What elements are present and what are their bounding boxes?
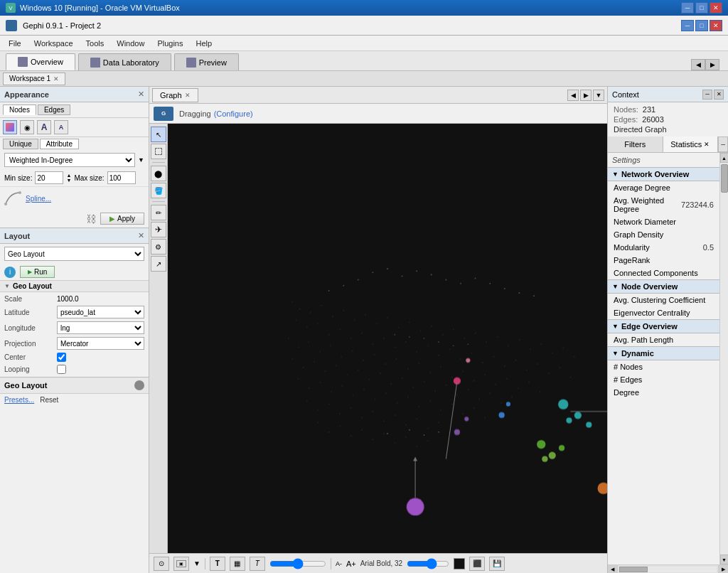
screenshot2-btn[interactable]: ⬛ (469, 557, 485, 571)
menu-plugins[interactable]: Plugins (151, 38, 188, 49)
reset-link[interactable]: Reset (40, 396, 58, 404)
avg-path-length-row[interactable]: Avg. Path Length (608, 333, 719, 346)
size-icon-btn[interactable]: ◉ (20, 120, 34, 134)
context-close-btn[interactable]: ✕ (714, 90, 724, 100)
context-minus-btn[interactable]: ─ (702, 90, 712, 100)
nav-tab-preview[interactable]: Preview (174, 53, 239, 70)
min-size-input[interactable] (35, 171, 63, 184)
app-close-btn[interactable]: ✕ (710, 20, 722, 31)
graph-canvas[interactable] (168, 124, 607, 553)
screenshot-btn[interactable]: ▣ (173, 557, 189, 571)
layout-close-btn[interactable]: ✕ (138, 231, 144, 240)
menu-file[interactable]: File (3, 38, 27, 49)
text-size-slider[interactable] (269, 558, 326, 569)
text-tool-btn[interactable]: T (210, 557, 225, 571)
font-size-slider[interactable] (407, 558, 449, 569)
configure-link[interactable]: (Configure) (214, 109, 253, 118)
nav-tab-datalabatory[interactable]: Data Laboratory (78, 53, 171, 70)
nav-right-btn[interactable]: ▶ (705, 59, 719, 70)
label-size-icon-btn[interactable]: A (54, 120, 68, 134)
appearance-close-btn[interactable]: ✕ (138, 90, 144, 99)
right-horizontal-scrollbar[interactable]: ◀ ▶ (608, 564, 728, 573)
h-scroll-thumb[interactable] (619, 567, 648, 572)
pencil-tool-btn[interactable]: ✏ (151, 205, 166, 220)
win-restore-btn[interactable]: □ (695, 2, 708, 14)
connected-components-row[interactable]: Connected Components (608, 267, 719, 279)
network-diameter-row[interactable]: Network Diameter (608, 215, 719, 228)
edge-collapse-icon[interactable]: ▼ (612, 323, 619, 330)
scroll-up-btn[interactable]: ▲ (720, 153, 729, 163)
label-color-icon-btn[interactable]: A (37, 120, 51, 134)
paint-tool-btn[interactable]: 🪣 (151, 183, 166, 198)
attribute-subtab[interactable]: Attribute (40, 139, 79, 149)
pointer-tool-btn[interactable]: ↗ (151, 256, 166, 272)
graph-nav-menu-btn[interactable]: ▼ (593, 90, 604, 101)
workspace-tab-1[interactable]: Workspace 1 ✕ (3, 73, 65, 85)
avg-clustering-row[interactable]: Avg. Clustering Coefficient (608, 294, 719, 306)
nav-left-btn[interactable]: ◀ (691, 59, 705, 70)
latitude-dropdown[interactable]: pseudo_lat (57, 306, 144, 318)
win-minimize-btn[interactable]: ─ (681, 2, 694, 14)
min-up-icon[interactable]: ▲ (66, 173, 71, 178)
select-tool-btn[interactable]: ↖ (151, 127, 166, 142)
filters-tab[interactable]: Filters (608, 136, 663, 152)
zoom-fit-btn[interactable]: ⊙ (154, 557, 169, 571)
app-minimize-btn[interactable]: ─ (681, 20, 694, 31)
projection-dropdown[interactable]: Mercator (57, 337, 144, 350)
right-scrollbar[interactable]: ▲ ▼ (719, 153, 728, 564)
move-tool-btn[interactable]: ✈ (151, 222, 166, 237)
nav-tab-overview[interactable]: Overview (6, 53, 75, 70)
h-scroll-left-btn[interactable]: ◀ (608, 565, 618, 574)
node-collapse-icon[interactable]: ▼ (612, 283, 619, 290)
longitude-dropdown[interactable]: lng (57, 321, 144, 334)
win-close-btn[interactable]: ✕ (710, 2, 722, 14)
scroll-down-btn[interactable]: ▼ (720, 555, 729, 564)
nodes-tab[interactable]: Nodes (3, 105, 36, 115)
scroll-thumb[interactable] (721, 164, 728, 193)
degree-row[interactable]: Degree (608, 386, 719, 399)
run-button[interactable]: ▶ Run (20, 266, 55, 278)
geo-layout-dropdown[interactable]: Geo Layout (4, 247, 144, 261)
workspace-close-icon[interactable]: ✕ (53, 75, 59, 82)
collapse-icon[interactable]: ▼ (4, 283, 10, 289)
dynamic-collapse-icon[interactable]: ▼ (612, 350, 619, 357)
spline-label[interactable]: Spline... (26, 195, 51, 203)
apply-button[interactable]: ▶ Apply (100, 213, 144, 225)
graph-tab[interactable]: Graph ✕ (152, 88, 198, 102)
weighted-indegree-dropdown[interactable]: Weighted In-Degree (4, 153, 135, 167)
graph-tab-close-icon[interactable]: ✕ (185, 92, 191, 99)
statistics-tab[interactable]: Statistics ✕ (663, 136, 719, 152)
num-nodes-row[interactable]: # Nodes (608, 360, 719, 373)
graph-nav-left-btn[interactable]: ◀ (567, 90, 579, 101)
menu-workspace[interactable]: Workspace (28, 38, 79, 49)
h-scroll-right-btn[interactable]: ▶ (718, 565, 728, 574)
color-picker-btn[interactable] (454, 558, 465, 569)
menu-window[interactable]: Window (111, 38, 150, 49)
app-restore-btn[interactable]: □ (695, 20, 708, 31)
menu-tools[interactable]: Tools (80, 38, 110, 49)
select-text-btn[interactable]: ▦ (230, 557, 245, 571)
min-size-spinners[interactable]: ▲▼ (66, 173, 71, 183)
network-collapse-icon[interactable]: ▼ (612, 171, 619, 178)
min-down-icon[interactable]: ▼ (66, 178, 71, 183)
graph-density-row[interactable]: Graph Density (608, 228, 719, 241)
edges-tab[interactable]: Edges (38, 105, 70, 115)
unique-subtab[interactable]: Unique (3, 139, 38, 149)
avg-degree-row[interactable]: Average Degree (608, 181, 719, 194)
h-scroll-track[interactable] (619, 567, 717, 572)
center-checkbox[interactable] (57, 353, 66, 362)
eigenvector-row[interactable]: Eigenvector Centrality (608, 306, 719, 319)
menu-help[interactable]: Help (190, 38, 218, 49)
save-image-btn[interactable]: 💾 (489, 557, 505, 571)
text-edit-btn[interactable]: T (250, 557, 265, 571)
color-icon-btn[interactable] (3, 120, 17, 134)
pagerank-row[interactable]: PageRank (608, 254, 719, 267)
win-controls[interactable]: ─ □ ✕ (681, 2, 722, 14)
looping-checkbox[interactable] (57, 365, 66, 374)
info-icon[interactable]: i (4, 267, 16, 278)
avg-weighted-degree-row[interactable]: Avg. Weighted Degree 723244.6 (608, 194, 719, 215)
rect-select-tool-btn[interactable] (151, 144, 166, 159)
graph-nav-right-btn[interactable]: ▶ (580, 90, 592, 101)
modularity-row[interactable]: Modularity 0.5 (608, 241, 719, 254)
right-panel-minimize-btn[interactable]: ─ (718, 136, 728, 152)
